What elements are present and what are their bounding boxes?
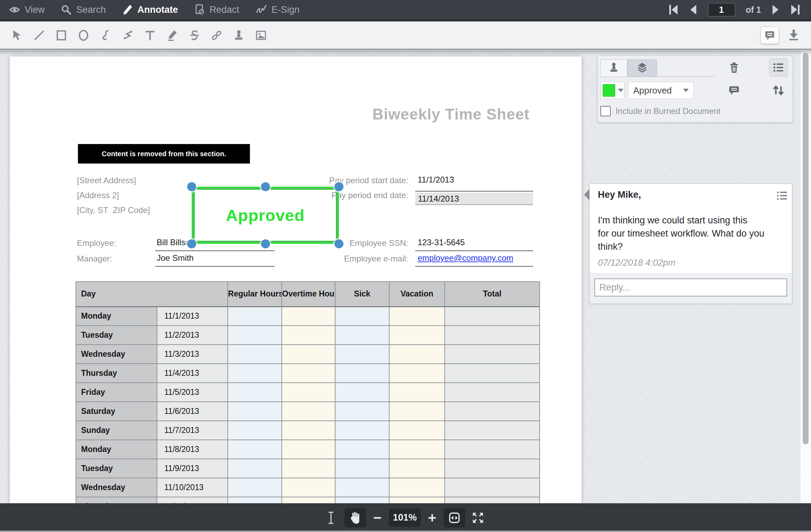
line-tool-icon[interactable] xyxy=(33,29,46,42)
tab-redact-label: Redact xyxy=(210,5,239,15)
page-count-label: of 1 xyxy=(746,5,761,15)
total-cell xyxy=(445,402,540,421)
strikeout-tool-icon[interactable] xyxy=(188,29,201,42)
tab-annotate[interactable]: Annotate xyxy=(122,4,178,15)
window-bottom-edge xyxy=(0,531,811,532)
vacation-cell xyxy=(389,345,445,364)
stamp-type-dropdown[interactable]: Approved xyxy=(628,82,694,99)
eye-icon xyxy=(9,4,20,15)
last-page-button[interactable] xyxy=(790,4,801,16)
ellipse-tool-icon[interactable] xyxy=(77,29,90,42)
approved-stamp-annotation[interactable]: Approved xyxy=(192,187,339,244)
tab-layers[interactable] xyxy=(627,59,657,77)
comment-timestamp: 07/12/2018 4:02pm xyxy=(598,257,675,268)
overtime-cell xyxy=(282,440,335,459)
overtime-cell xyxy=(282,459,335,478)
zoom-level-display[interactable]: 101% xyxy=(389,509,421,527)
tab-stamp-style[interactable] xyxy=(600,59,627,77)
table-row: Monday11/8/2013 xyxy=(76,440,540,459)
delete-annotation-button[interactable] xyxy=(726,60,742,75)
image-tool-icon[interactable] xyxy=(254,29,268,42)
document-page: Biweekly Time Sheet Content is removed f… xyxy=(10,56,582,503)
annotation-toolbar xyxy=(0,21,811,50)
fullscreen-button[interactable] xyxy=(471,511,485,524)
include-in-burned-document-checkbox[interactable] xyxy=(600,106,611,116)
regular-cell xyxy=(228,421,282,440)
freehand-tool-icon[interactable] xyxy=(99,29,112,42)
regular-cell xyxy=(228,478,282,497)
redaction-annotation[interactable]: Content is removed from this section. xyxy=(78,144,250,164)
regular-cell xyxy=(228,497,282,503)
top-menu-bar: View Search Annotate Redact xyxy=(0,0,811,21)
comment-body: I'm thinking we could start using this f… xyxy=(598,214,782,253)
resize-handle-top-right[interactable] xyxy=(334,182,343,191)
end-date-field[interactable]: 11/14/2013 xyxy=(415,193,533,205)
email-link[interactable]: employee@company.com xyxy=(418,253,513,263)
comment-menu-button[interactable] xyxy=(776,190,788,203)
overtime-cell xyxy=(282,421,335,440)
download-icon[interactable] xyxy=(787,28,800,42)
polyline-tool-icon[interactable] xyxy=(121,29,134,42)
tab-search[interactable]: Search xyxy=(61,4,106,15)
notes-scrollbar-track[interactable] xyxy=(801,50,811,503)
stamp-tool-icon[interactable] xyxy=(232,29,245,42)
reply-input[interactable] xyxy=(594,278,787,296)
zoom-in-button[interactable] xyxy=(427,513,437,523)
regular-cell xyxy=(228,383,282,402)
table-row: Tuesday11/9/2013 xyxy=(76,459,540,478)
resize-handle-top-middle[interactable] xyxy=(261,182,270,191)
link-tool-icon[interactable] xyxy=(210,29,223,42)
vacation-cell xyxy=(389,497,445,503)
comment-reply-footer xyxy=(590,273,792,303)
add-note-button[interactable] xyxy=(726,83,742,97)
day-cell: Tuesday xyxy=(76,459,157,478)
rectangle-tool-icon[interactable] xyxy=(55,29,68,42)
regular-cell xyxy=(228,364,282,383)
table-row: Thursday11/4/2013 xyxy=(76,364,540,383)
resize-handle-bottom-middle[interactable] xyxy=(261,239,270,248)
esign-icon xyxy=(255,4,267,15)
notes-scrollbar-thumb[interactable] xyxy=(803,53,809,444)
sick-cell xyxy=(335,345,389,364)
table-row: Thursday11/11/2013 xyxy=(76,497,540,503)
resize-handle-bottom-left[interactable] xyxy=(187,239,196,248)
pan-tool-button[interactable] xyxy=(345,508,366,527)
free-text-tool-icon[interactable] xyxy=(143,29,157,42)
tab-search-label: Search xyxy=(76,5,106,15)
next-page-button[interactable] xyxy=(771,4,780,16)
redact-icon xyxy=(194,4,205,15)
page-navigation: of 1 xyxy=(668,3,801,19)
date-cell: 11/10/2013 xyxy=(157,478,228,497)
text-select-tool-button[interactable] xyxy=(326,511,335,525)
include-in-burned-document-label: Include in Burned Document xyxy=(616,106,721,116)
resize-handle-top-left[interactable] xyxy=(187,182,196,191)
tab-esign[interactable]: E-Sign xyxy=(255,4,299,15)
street-address-placeholder: [Street Address] xyxy=(77,176,136,185)
marker-tool-icon[interactable] xyxy=(166,29,179,42)
zoom-out-button[interactable] xyxy=(372,513,383,523)
date-cell: 11/6/2013 xyxy=(157,402,228,421)
sort-annotations-button[interactable] xyxy=(770,83,787,98)
employee-label: Employee: xyxy=(77,238,116,248)
resize-handle-bottom-right[interactable] xyxy=(334,239,343,248)
regular-cell xyxy=(228,402,282,421)
previous-page-button[interactable] xyxy=(689,4,697,16)
start-date-line xyxy=(415,191,533,192)
fit-width-button[interactable] xyxy=(444,508,465,527)
table-row: Tuesday11/2/2013 xyxy=(76,326,540,345)
sick-cell xyxy=(335,459,389,478)
table-row: Saturday11/6/2013 xyxy=(76,402,540,421)
tab-view[interactable]: View xyxy=(9,4,45,15)
select-tool-icon[interactable] xyxy=(10,29,24,42)
tab-redact[interactable]: Redact xyxy=(194,4,239,15)
stamp-color-dropdown[interactable] xyxy=(600,82,625,99)
total-cell xyxy=(445,497,540,503)
timesheet-table: Day Regular Hours Overtime Hours Sick Va… xyxy=(76,281,540,503)
regular-cell xyxy=(228,326,282,345)
annotation-list-button[interactable] xyxy=(769,59,788,77)
first-page-button[interactable] xyxy=(668,4,679,16)
notes-panel-toggle-button[interactable] xyxy=(760,27,779,44)
stamp-icon xyxy=(608,62,619,74)
page-number-input[interactable] xyxy=(708,3,735,17)
table-row: Sunday11/7/2013 xyxy=(76,421,540,440)
